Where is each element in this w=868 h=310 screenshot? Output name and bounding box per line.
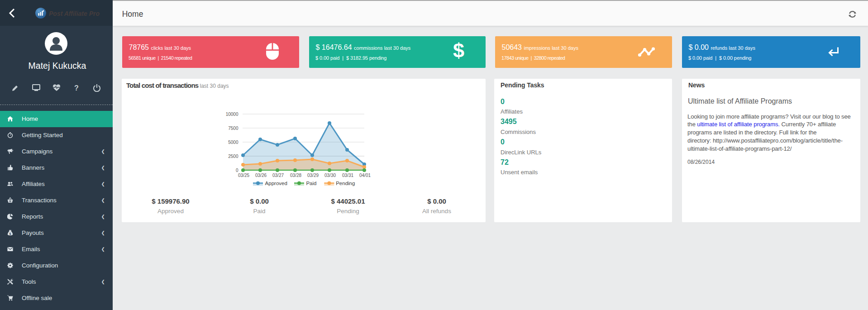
svg-text:7500: 7500 xyxy=(228,126,238,131)
svg-text:Approved: Approved xyxy=(265,181,287,186)
svg-text:10000: 10000 xyxy=(226,112,238,117)
svg-text:04/01: 04/01 xyxy=(359,173,371,178)
svg-text:03/30: 03/30 xyxy=(324,173,336,178)
svg-text:$: $ xyxy=(10,232,11,236)
svg-text:03/31: 03/31 xyxy=(342,173,353,178)
svg-text:Paid: Paid xyxy=(306,181,316,186)
svg-text:2500: 2500 xyxy=(228,154,238,159)
svg-text:5000: 5000 xyxy=(228,140,238,145)
svg-text:03/25: 03/25 xyxy=(238,173,249,178)
svg-text:03/27: 03/27 xyxy=(272,173,284,178)
svg-text:Pending: Pending xyxy=(336,181,355,186)
svg-text:?: ? xyxy=(74,84,79,92)
svg-text:03/26: 03/26 xyxy=(255,173,267,178)
svg-text:0: 0 xyxy=(236,168,238,173)
svg-text:03/28: 03/28 xyxy=(290,173,301,178)
svg-text:03/29: 03/29 xyxy=(307,173,319,178)
